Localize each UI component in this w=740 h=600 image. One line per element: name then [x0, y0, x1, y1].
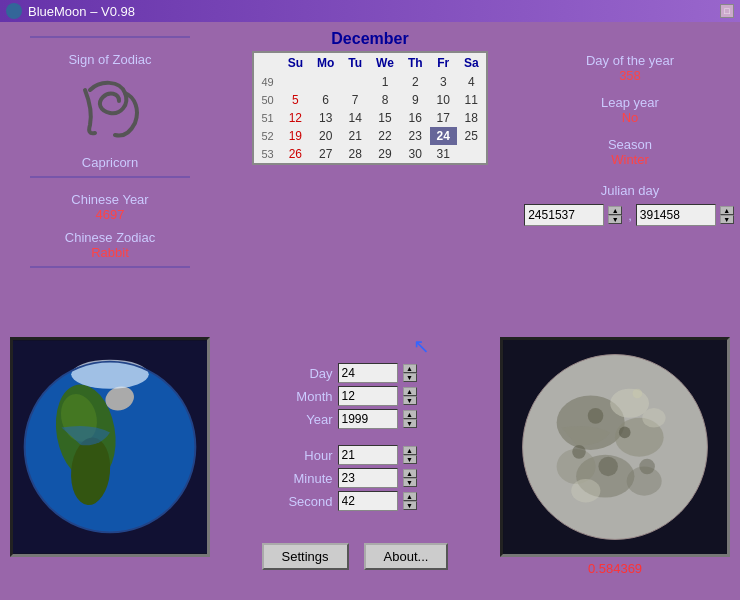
day-spinner[interactable]: ▲ ▼	[403, 364, 419, 382]
year-spin-up[interactable]: ▲	[403, 410, 417, 419]
titlebar-left: BlueMoon – V0.98	[6, 3, 135, 19]
year-spin-down[interactable]: ▼	[403, 419, 417, 428]
calendar-day[interactable]: 23	[401, 127, 430, 145]
calendar-day[interactable]: 28	[341, 145, 369, 164]
month-spin-up[interactable]: ▲	[403, 387, 417, 396]
day-spin-down[interactable]: ▼	[403, 373, 417, 382]
minute-spinner[interactable]: ▲ ▼	[403, 469, 419, 487]
calendar-day	[281, 73, 310, 91]
hour-input[interactable]	[338, 445, 398, 465]
minute-input[interactable]	[338, 468, 398, 488]
julian-spin-1[interactable]: ▲ ▼	[608, 206, 624, 224]
svg-point-22	[572, 445, 586, 459]
second-spinner[interactable]: ▲ ▼	[403, 492, 419, 510]
calendar-day[interactable]: 24	[430, 127, 457, 145]
hour-spin-up[interactable]: ▲	[403, 446, 417, 455]
zodiac-title-label: Sign of Zodiac	[68, 52, 151, 67]
about-button[interactable]: About...	[364, 543, 449, 570]
settings-button[interactable]: Settings	[262, 543, 349, 570]
month-input[interactable]	[338, 386, 398, 406]
calendar-day[interactable]: 27	[310, 145, 341, 164]
julian-spin-2[interactable]: ▲ ▼	[720, 206, 736, 224]
titlebar: BlueMoon – V0.98 □	[0, 0, 740, 22]
julian-input-1[interactable]	[524, 204, 604, 226]
week-number: 51	[253, 109, 280, 127]
calendar-day[interactable]: 20	[310, 127, 341, 145]
day-input[interactable]	[338, 363, 398, 383]
hour-spin-down[interactable]: ▼	[403, 455, 417, 464]
calendar-day[interactable]: 31	[430, 145, 457, 164]
zodiac-name: Capricorn	[82, 155, 138, 170]
calendar-day[interactable]: 2	[401, 73, 430, 91]
zodiac-symbol	[70, 72, 150, 142]
day-of-year-label: Day of the year	[586, 53, 674, 68]
calendar-day[interactable]: 30	[401, 145, 430, 164]
second-input[interactable]	[338, 491, 398, 511]
julian-input-2[interactable]	[636, 204, 716, 226]
calendar-day[interactable]: 15	[369, 109, 401, 127]
julian-spin-down-1[interactable]: ▼	[608, 215, 622, 224]
calendar-day[interactable]: 17	[430, 109, 457, 127]
calendar-body[interactable]: 4912345056789101151121314151617185219202…	[253, 73, 486, 164]
moon-phase-value: 0.584369	[588, 561, 642, 576]
svg-point-20	[619, 427, 631, 439]
julian-spin-up-1[interactable]: ▲	[608, 206, 622, 215]
calendar-day[interactable]: 25	[457, 127, 487, 145]
calendar-day[interactable]: 1	[369, 73, 401, 91]
day-spin-up[interactable]: ▲	[403, 364, 417, 373]
calendar-day[interactable]: 13	[310, 109, 341, 127]
hour-label: Hour	[278, 448, 333, 463]
minimize-button[interactable]: □	[720, 4, 734, 18]
svg-point-23	[639, 459, 655, 475]
calendar-day[interactable]: 8	[369, 91, 401, 109]
second-spin-up[interactable]: ▲	[403, 492, 417, 501]
svg-point-16	[610, 389, 649, 418]
calendar-day[interactable]: 4	[457, 73, 487, 91]
year-spinner[interactable]: ▲ ▼	[403, 410, 419, 428]
calendar-day[interactable]: 10	[430, 91, 457, 109]
calendar-day[interactable]: 12	[281, 109, 310, 127]
calendar-day[interactable]: 21	[341, 127, 369, 145]
month-spinner[interactable]: ▲ ▼	[403, 387, 419, 405]
hour-spinner[interactable]: ▲ ▼	[403, 446, 419, 464]
chinese-year-label: Chinese Year	[71, 192, 148, 207]
svg-point-10	[523, 355, 708, 540]
col-su: Su	[281, 52, 310, 73]
leap-year-label: Leap year	[601, 95, 659, 110]
calendar-day[interactable]: 18	[457, 109, 487, 127]
calendar-day[interactable]: 7	[341, 91, 369, 109]
calendar-day[interactable]: 3	[430, 73, 457, 91]
calendar-day[interactable]: 29	[369, 145, 401, 164]
calendar-day[interactable]: 19	[281, 127, 310, 145]
calendar-day	[341, 73, 369, 91]
calendar-day	[310, 73, 341, 91]
week-number: 52	[253, 127, 280, 145]
calendar-day[interactable]: 26	[281, 145, 310, 164]
calendar-day[interactable]: 16	[401, 109, 430, 127]
season-value: Winter	[611, 152, 649, 167]
second-control-row: Second ▲ ▼	[278, 491, 433, 511]
second-label: Second	[278, 494, 333, 509]
svg-point-21	[598, 457, 617, 476]
top-section: Sign of Zodiac Capricorn Chinese Year	[10, 30, 730, 331]
chinese-zodiac-value: Rabbit	[91, 245, 129, 260]
month-control-row: Month ▲ ▼	[278, 386, 433, 406]
minute-spin-down[interactable]: ▼	[403, 478, 417, 487]
minute-spin-up[interactable]: ▲	[403, 469, 417, 478]
right-info-panel: Day of the year 358 Leap year No Season …	[530, 30, 730, 331]
month-label: Month	[278, 389, 333, 404]
bottom-section: ↖ Day ▲ ▼ Month ▲ ▼ Year	[10, 337, 730, 592]
col-tu: Tu	[341, 52, 369, 73]
month-spin-down[interactable]: ▼	[403, 396, 417, 405]
second-spin-down[interactable]: ▼	[403, 501, 417, 510]
calendar-day[interactable]: 22	[369, 127, 401, 145]
calendar-day[interactable]: 11	[457, 91, 487, 109]
calendar-day[interactable]: 5	[281, 91, 310, 109]
calendar-day[interactable]: 9	[401, 91, 430, 109]
julian-spin-down-2[interactable]: ▼	[720, 215, 734, 224]
calendar-day[interactable]: 6	[310, 91, 341, 109]
year-input[interactable]	[338, 409, 398, 429]
calendar-day[interactable]: 14	[341, 109, 369, 127]
svg-point-19	[588, 408, 604, 424]
julian-spin-up-2[interactable]: ▲	[720, 206, 734, 215]
